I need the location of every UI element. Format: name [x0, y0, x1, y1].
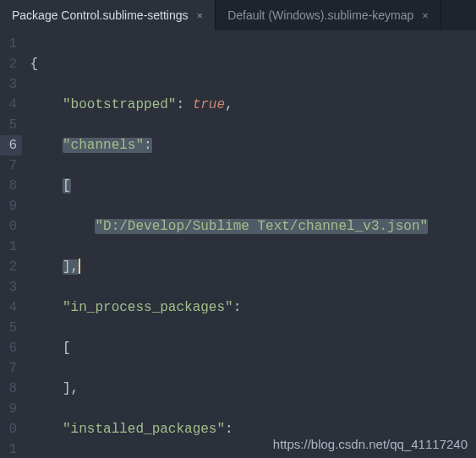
line-number: 0: [0, 216, 22, 237]
json-key: "installed_packages": [63, 422, 225, 437]
json-key: "channels": [63, 138, 144, 153]
tab-package-control[interactable]: Package Control.sublime-settings ×: [0, 0, 216, 30]
watermark-text: https://blog.csdn.net/qq_41117240: [273, 437, 468, 451]
code-content[interactable]: { "bootstrapped": true, "channels": [ "D…: [22, 30, 476, 458]
json-key: "bootstrapped": [63, 97, 176, 112]
line-number: 7: [0, 155, 22, 176]
line-number: 5: [0, 115, 22, 135]
bracket-open: [: [63, 341, 71, 356]
line-number: 9: [0, 399, 22, 419]
bracket-open: [: [63, 178, 71, 194]
editor-area[interactable]: 1 2 3 4 5 6 7 8 9 0 1 2 3 4 5 6 7 8 9 0 …: [0, 30, 476, 458]
line-number: 3: [0, 74, 22, 95]
tab-label: Package Control.sublime-settings: [12, 8, 189, 22]
tab-bar: Package Control.sublime-settings × Defau…: [0, 0, 476, 30]
colon: :: [176, 97, 192, 112]
line-number: 7: [0, 358, 22, 379]
line-number: 2: [0, 257, 22, 277]
line-number: 3: [0, 277, 22, 297]
line-number: 4: [0, 297, 22, 318]
line-number: 8: [0, 176, 22, 196]
line-number: 6: [0, 135, 22, 155]
line-number: 1: [0, 439, 22, 458]
bracket-close-comma: ],: [63, 381, 79, 396]
tab-label: Default (Windows).sublime-keymap: [227, 8, 413, 22]
json-value-true: true: [193, 97, 225, 112]
line-number: 1: [0, 237, 22, 257]
colon: :: [144, 138, 152, 153]
comma: ,: [225, 97, 233, 112]
json-value-string: "D:/Develop/Sublime Text/channel_v3.json…: [95, 219, 428, 234]
close-icon[interactable]: ×: [197, 9, 204, 22]
colon: :: [233, 300, 242, 315]
line-number: 2: [0, 54, 22, 74]
json-key: "in_process_packages": [63, 300, 233, 315]
line-number: 6: [0, 338, 22, 358]
colon: :: [225, 422, 233, 437]
bracket-close-comma: ],: [63, 259, 79, 275]
line-number: 5: [0, 318, 22, 338]
line-number: 0: [0, 419, 22, 439]
brace-open: {: [30, 57, 39, 72]
close-icon[interactable]: ×: [422, 9, 429, 22]
line-number: 9: [0, 196, 22, 216]
line-gutter: 1 2 3 4 5 6 7 8 9 0 1 2 3 4 5 6 7 8 9 0 …: [0, 30, 22, 458]
text-cursor: [79, 259, 80, 274]
tab-default-keymap[interactable]: Default (Windows).sublime-keymap ×: [216, 0, 441, 30]
line-number: 4: [0, 95, 22, 115]
line-number: 1: [0, 34, 22, 54]
line-number: 8: [0, 379, 22, 399]
